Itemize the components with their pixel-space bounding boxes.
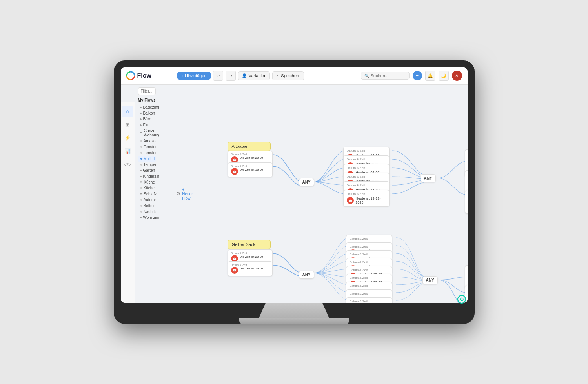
d6-icon: 📅: [347, 197, 354, 204]
nav-fenster-offen[interactable]: Fenster offen / He...: [138, 144, 156, 150]
nav-schlafzimmer[interactable]: ▼ Schlafzimmer: [138, 191, 156, 197]
nav-flur[interactable]: ▶ Flur: [138, 122, 156, 128]
redo-button[interactable]: ↪: [226, 71, 236, 81]
output1-echo[interactable]: Echo-Küche - Anshu 🔊 Ankündige: Morgen w…: [465, 190, 468, 214]
topbar-right: 🔍 + 🔔 🌙 A: [361, 71, 462, 81]
search-box[interactable]: 🔍: [361, 72, 410, 80]
nav-kueche[interactable]: ▼ Küche: [138, 179, 156, 185]
trigger1-icon: 📅: [231, 156, 238, 163]
save-button[interactable]: ✓ Speichern: [272, 71, 304, 80]
moon-button[interactable]: 🌙: [439, 71, 449, 81]
any3-node[interactable]: ANY: [299, 271, 314, 279]
nav-amazon[interactable]: Amazon Echo Lau...: [138, 138, 156, 144]
logo-icon: [126, 71, 135, 80]
monitor-stand: [259, 303, 329, 318]
sidebar-nav: My Flows ▶ Badezimmer ▶ Balkon ▶ Büro ▶ …: [135, 85, 159, 303]
nav-buero[interactable]: ▶ Büro: [138, 116, 156, 122]
settings-icon[interactable]: ⚙: [176, 191, 180, 197]
nav-balkon[interactable]: ▶ Balkon: [138, 110, 156, 116]
sidebar-footer: ⚙ + Neuer Flow: [173, 85, 196, 303]
altpapier-label[interactable]: Altpapier: [228, 142, 271, 151]
trigger2-node[interactable]: Datum & Zeit 📅 Die Zeit ist 16:00: [228, 162, 273, 177]
nav-badezimmer[interactable]: ▶ Badezimmer: [138, 104, 156, 110]
sidebar-icons: ⌂ ⊞ ⚡ 📊 </>: [121, 102, 135, 303]
canvas: Altpapier Datum & Zeit 📅 Die Zeit ist 20…: [196, 85, 468, 303]
nav-nachttisch[interactable]: Nachttischknopf l...: [138, 209, 156, 215]
sidebar-icon-code[interactable]: </>: [122, 159, 133, 171]
bell-button[interactable]: 🔔: [425, 71, 435, 81]
variables-icon: 👤: [242, 73, 247, 78]
avatar[interactable]: A: [452, 71, 462, 81]
trigger4-node[interactable]: Datum & Zeit 📅 Die Zeit ist 16:00: [228, 261, 273, 276]
gelber-sack-label[interactable]: Gelber Sack: [228, 240, 271, 249]
trigger2-icon: 📅: [231, 168, 238, 175]
nav-wohnzimmer[interactable]: ▶ Wohnzimmer: [138, 215, 156, 220]
add-button[interactable]: + Hinzufügen: [177, 72, 211, 80]
nav-ganze-wohnung[interactable]: ▼ Ganze Wohnung: [138, 128, 156, 138]
nav-temperatur[interactable]: Temperatur fällt d...: [138, 162, 156, 167]
new-flow-button[interactable]: + Neuer Flow: [182, 187, 193, 200]
nav-bettsteckdose[interactable]: Bettsteckdose Ein...: [138, 203, 156, 209]
nav-kuechenlicht[interactable]: Küchenlicht auto...: [138, 185, 156, 191]
app: Flow + Hinzufügen ↩ ↪ 👤 Variablen ✓ Spei…: [121, 67, 468, 303]
sidebar-icon-flow[interactable]: ⚡: [122, 132, 133, 144]
screen: Flow + Hinzufügen ↩ ↪ 👤 Variablen ✓ Spei…: [121, 67, 468, 303]
trigger3-icon: 📅: [231, 255, 238, 262]
variables-button[interactable]: 👤 Variablen: [238, 71, 270, 80]
search-input[interactable]: [371, 73, 406, 78]
check-icon: ✓: [276, 73, 279, 78]
app-title: Flow: [137, 72, 151, 79]
monitor-base: [239, 318, 349, 324]
my-flows-label: My Flows: [138, 97, 156, 103]
sidebar-icon-grid[interactable]: ⊞: [122, 119, 133, 131]
undo-button[interactable]: ↩: [213, 71, 223, 81]
search-icon: 🔍: [364, 74, 369, 78]
s2-date9[interactable]: Datum & Zeit 📅 Heute ist 31-08-2025: [346, 297, 392, 303]
sidebar-wrapper: ⌂ ⊞ ⚡ 📊 </> My Flows ▶ Badezimmer ▶ Balk…: [121, 85, 196, 303]
nav-kinderzimmer[interactable]: ▶ Kinderzimmer: [138, 173, 156, 179]
sidebar-icon-home[interactable]: ⌂: [122, 106, 133, 117]
any1-node[interactable]: ANY: [299, 178, 314, 186]
power-button[interactable]: ⏻: [457, 295, 466, 304]
date6-node[interactable]: Datum & Zeit 📅 Heute ist 19-12-2025: [343, 190, 390, 207]
main-content: ⌂ ⊞ ⚡ 📊 </> My Flows ▶ Badezimmer ▶ Balk…: [121, 85, 468, 303]
sidebar-search[interactable]: [138, 87, 156, 95]
nav-automatisches[interactable]: Automatisches Li...: [138, 197, 156, 203]
any2-node[interactable]: ANY: [421, 174, 436, 182]
add-circle-button[interactable]: +: [413, 71, 422, 80]
nav-fensteralarm[interactable]: Fensteralarm bei...: [138, 150, 156, 156]
topbar-actions: + Hinzufügen ↩ ↪ 👤 Variablen ✓ Speichern: [177, 71, 357, 81]
logo: Flow: [126, 71, 173, 80]
monitor: Flow + Hinzufügen ↩ ↪ 👤 Variablen ✓ Spei…: [114, 60, 475, 324]
nav-muell[interactable]: Müll - Benachricht...: [138, 156, 156, 162]
topbar: Flow + Hinzufügen ↩ ↪ 👤 Variablen ✓ Spei…: [121, 67, 468, 85]
nav-garten[interactable]: ▶ Garten: [138, 167, 156, 173]
any4-node[interactable]: ANY: [422, 276, 438, 284]
trigger4-icon: 📅: [231, 267, 238, 274]
sidebar-icon-chart[interactable]: 📊: [122, 146, 133, 157]
